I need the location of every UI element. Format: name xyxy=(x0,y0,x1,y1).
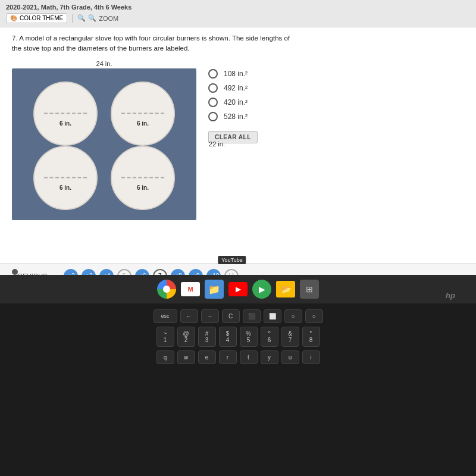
radio-b[interactable] xyxy=(208,83,218,93)
burner-cell-bottom-right: 6 in. xyxy=(104,146,181,210)
hp-brand: hp xyxy=(446,291,455,300)
key-refresh[interactable]: C xyxy=(222,309,240,323)
toolbar-divider xyxy=(72,14,73,23)
youtube-tooltip: YouTube xyxy=(218,256,246,264)
key-windows[interactable]: ⬜ xyxy=(264,309,281,323)
dimension-right: 22 in. xyxy=(209,140,225,148)
color-theme-button[interactable]: 🎨 COLOR THEME xyxy=(6,13,67,23)
browser-toolbar: 🎨 COLOR THEME 🔍 🔍 ZOOM xyxy=(6,13,470,23)
key-fullscreen[interactable]: ⬛ xyxy=(243,309,261,323)
stove-area: 24 in. 6 in. 6 in. xyxy=(12,60,196,220)
radio-c[interactable] xyxy=(208,98,218,107)
key-u[interactable]: u xyxy=(281,350,299,364)
keyboard-row-2: ~1 @2 #3 $4 %5 ^6 &7 *8 xyxy=(6,327,470,347)
answer-text-b: 492 in.² xyxy=(224,84,248,92)
key-t[interactable]: t xyxy=(240,350,258,364)
radio-a[interactable] xyxy=(208,69,218,79)
burner-label-bottom-right: 6 in. xyxy=(137,184,149,191)
key-bright-down[interactable]: ○ xyxy=(284,309,302,323)
key-at[interactable]: @2 xyxy=(177,327,195,347)
burner-cell-bottom-left: 6 in. xyxy=(27,146,104,210)
taskbar: M 📁 ▶ ▶ 📂 ⊞ xyxy=(0,275,476,303)
keyboard-row-3: q w e r t y u i xyxy=(6,350,470,364)
burner-label-top-right: 6 in. xyxy=(137,120,149,127)
zoom-label: ZOOM xyxy=(99,15,118,22)
key-tilde[interactable]: ~1 xyxy=(156,327,174,347)
key-back[interactable]: ← xyxy=(180,309,198,323)
question-layout: 24 in. 6 in. 6 in. xyxy=(12,60,464,220)
keyboard-area: esc ← → C ⬛ ⬜ ○ ○ ~1 @2 #3 $4 %5 ^6 &7 *… xyxy=(0,303,476,476)
key-caret[interactable]: ^6 xyxy=(261,327,278,347)
content-area: 7. A model of a rectangular stove top wi… xyxy=(0,27,476,283)
youtube-icon[interactable]: ▶ xyxy=(228,282,248,296)
stove-wrapper: 6 in. 6 in. 6 in. xyxy=(12,68,196,220)
zoom-in-icon[interactable]: 🔍 xyxy=(88,14,96,22)
answer-option-b[interactable]: 492 in.² xyxy=(208,83,258,93)
keyboard-row-1: esc ← → C ⬛ ⬜ ○ ○ xyxy=(6,309,470,323)
screen-indicator xyxy=(12,269,18,275)
grid-icon[interactable]: ⊞ xyxy=(300,280,319,299)
key-star[interactable]: *8 xyxy=(302,327,320,347)
dimension-top: 24 in. xyxy=(12,60,196,67)
key-q[interactable]: q xyxy=(156,350,174,364)
zoom-out-icon[interactable]: 🔍 xyxy=(77,14,86,22)
zoom-controls: 🔍 🔍 ZOOM xyxy=(77,14,118,22)
files-icon[interactable]: 📁 xyxy=(205,280,224,299)
burner-cell-top-left: 6 in. xyxy=(27,82,104,146)
answers-panel: 108 in.² 492 in.² 420 in.² 528 in.² CLEA… xyxy=(208,69,258,143)
answer-option-a[interactable]: 108 in.² xyxy=(208,69,258,79)
burner-label-bottom-left: 6 in. xyxy=(60,184,71,191)
answer-text-d: 528 in.² xyxy=(224,112,248,121)
browser-bar: 2020-2021, Math, 7th Grade, 4th 6 Weeks … xyxy=(0,0,476,27)
burner-label-top-left: 6 in. xyxy=(60,120,71,127)
color-theme-label: COLOR THEME xyxy=(20,15,63,21)
burner-cell-top-right: 6 in. xyxy=(104,82,181,146)
burner-top-left: 6 in. xyxy=(33,82,98,146)
question-text: 7. A model of a rectangular stove top wi… xyxy=(12,33,298,54)
burner-bottom-left: 6 in. xyxy=(33,146,98,210)
burner-top-right: 6 in. xyxy=(111,82,175,146)
key-hash[interactable]: #3 xyxy=(198,327,216,347)
key-w[interactable]: w xyxy=(177,350,195,364)
key-bright-up[interactable]: ○ xyxy=(305,309,323,323)
key-e[interactable]: e xyxy=(198,350,216,364)
laptop-screen: 2020-2021, Math, 7th Grade, 4th 6 Weeks … xyxy=(0,0,476,292)
key-esc[interactable]: esc xyxy=(154,309,177,323)
radio-d[interactable] xyxy=(208,112,218,121)
play-icon[interactable]: ▶ xyxy=(252,280,271,299)
burner-bottom-right: 6 in. xyxy=(111,146,175,210)
question-number: 7. xyxy=(12,35,18,42)
folder-icon[interactable]: 📂 xyxy=(276,281,295,298)
key-i[interactable]: i xyxy=(302,350,320,364)
chrome-icon[interactable] xyxy=(157,280,176,299)
answer-text-c: 420 in.² xyxy=(224,98,248,107)
answer-option-c[interactable]: 420 in.² xyxy=(208,98,258,107)
palette-icon: 🎨 xyxy=(10,15,17,21)
answer-text-a: 108 in.² xyxy=(224,70,248,78)
key-dollar[interactable]: $4 xyxy=(219,327,237,347)
question-body: A model of a rectangular stove top with … xyxy=(12,35,290,52)
key-percent[interactable]: %5 xyxy=(240,327,258,347)
stove-grid: 6 in. 6 in. 6 in. xyxy=(12,68,196,220)
key-r[interactable]: r xyxy=(219,350,237,364)
key-amp[interactable]: &7 xyxy=(281,327,299,347)
page-title: 2020-2021, Math, 7th Grade, 4th 6 Weeks xyxy=(6,4,470,11)
answer-option-d[interactable]: 528 in.² xyxy=(208,112,258,121)
key-forward[interactable]: → xyxy=(201,309,219,323)
key-y[interactable]: y xyxy=(261,350,278,364)
gmail-icon[interactable]: M xyxy=(181,282,200,296)
